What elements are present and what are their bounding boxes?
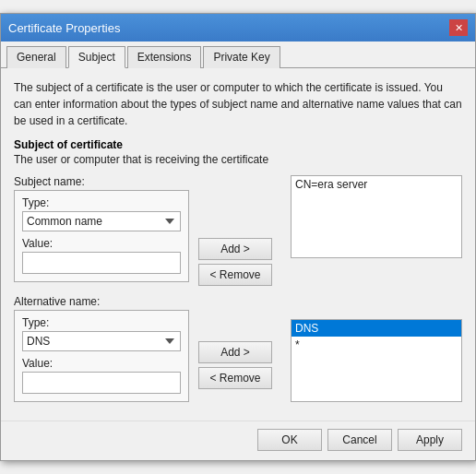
section-title: Subject of certificate [14, 138, 462, 151]
list-item[interactable]: CN=era server [292, 176, 461, 193]
alt-type-select[interactable]: DNS IP Address Email URI [22, 331, 181, 351]
list-item[interactable]: * [292, 337, 461, 353]
subject-name-label: Subject name: [14, 175, 189, 188]
alt-name-label: Alternative name: [14, 295, 189, 308]
section-subtitle: The user or computer that is receiving t… [14, 153, 462, 166]
title-bar: Certificate Properties ✕ [1, 14, 475, 41]
subject-type-label: Type: [22, 196, 181, 209]
alt-remove-button[interactable]: < Remove [198, 367, 272, 389]
left-panel: Subject name: Type: Common name Country … [14, 175, 189, 402]
subject-add-button[interactable]: Add > [198, 238, 272, 260]
subject-name-group: Subject name: Type: Common name Country … [14, 175, 189, 282]
main-area: Subject name: Type: Common name Country … [14, 175, 462, 402]
subject-value-input[interactable] [22, 252, 181, 274]
title-bar-buttons: ✕ [449, 19, 468, 36]
subject-type-select[interactable]: Common name Country Locality Organizatio… [22, 211, 181, 231]
tab-general[interactable]: General [6, 46, 66, 68]
alt-value-label: Value: [22, 357, 181, 370]
tab-content: The subject of a certificate is the user… [1, 68, 475, 411]
list-item[interactable]: DNS [292, 320, 461, 337]
subject-remove-button[interactable]: < Remove [198, 264, 272, 286]
apply-button[interactable]: Apply [398, 429, 462, 451]
tab-subject[interactable]: Subject [68, 46, 125, 68]
bottom-bar: OK Cancel Apply [1, 421, 475, 460]
alt-value-input[interactable] [22, 372, 181, 394]
description-text: The subject of a certificate is the user… [14, 79, 462, 129]
subject-list[interactable]: CN=era server [291, 175, 462, 258]
tab-extensions[interactable]: Extensions [127, 46, 202, 68]
tab-bar: General Subject Extensions Private Key [1, 41, 475, 68]
subject-value-label: Value: [22, 237, 181, 250]
alternative-name-group: Alternative name: Type: DNS IP Address E… [14, 295, 189, 402]
alt-add-button[interactable]: Add > [198, 341, 272, 363]
right-panel: CN=era server DNS * [291, 175, 462, 402]
ok-button[interactable]: OK [257, 429, 322, 451]
certificate-properties-window: Certificate Properties ✕ General Subject… [0, 13, 476, 461]
alt-type-label: Type: [22, 316, 181, 329]
window-title: Certificate Properties [8, 21, 120, 35]
tab-private-key[interactable]: Private Key [203, 46, 280, 68]
mid-panel: Add > < Remove Add > < Remove [198, 175, 281, 402]
cancel-button[interactable]: Cancel [327, 429, 392, 451]
alt-list[interactable]: DNS * [291, 319, 462, 402]
close-button[interactable]: ✕ [449, 19, 468, 36]
